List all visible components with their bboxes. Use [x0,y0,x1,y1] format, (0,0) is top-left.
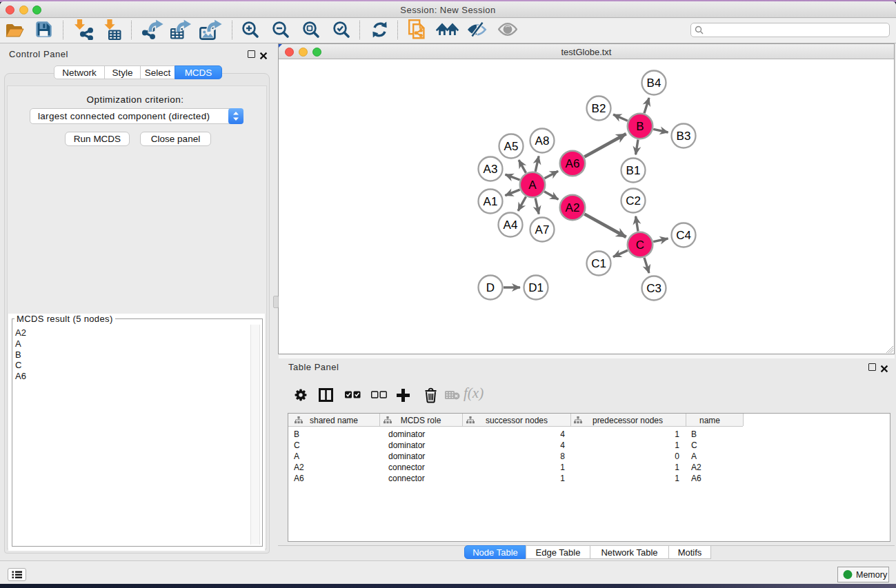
svg-text:A1: A1 [484,195,498,208]
svg-text:C4: C4 [676,229,691,242]
svg-text:A2: A2 [566,201,580,214]
svg-text:D1: D1 [528,281,544,294]
svg-text:B1: B1 [626,164,641,177]
svg-text:Memory: Memory [856,570,888,580]
svg-text:C: C [636,239,644,252]
svg-text:B4: B4 [647,77,661,90]
svg-text:D: D [486,281,495,294]
svg-text:C2: C2 [626,194,641,207]
svg-text:A6: A6 [566,157,580,170]
svg-text:A: A [528,179,537,192]
svg-text:C1: C1 [591,257,606,270]
svg-text:B2: B2 [592,102,606,115]
svg-text:B3: B3 [677,130,691,143]
svg-text:A3: A3 [484,163,498,176]
svg-text:A7: A7 [535,223,550,236]
svg-text:B: B [636,120,644,133]
svg-text:A5: A5 [504,140,519,153]
svg-text:A8: A8 [535,134,550,148]
svg-text:C3: C3 [646,282,661,295]
svg-text:A4: A4 [504,219,518,232]
